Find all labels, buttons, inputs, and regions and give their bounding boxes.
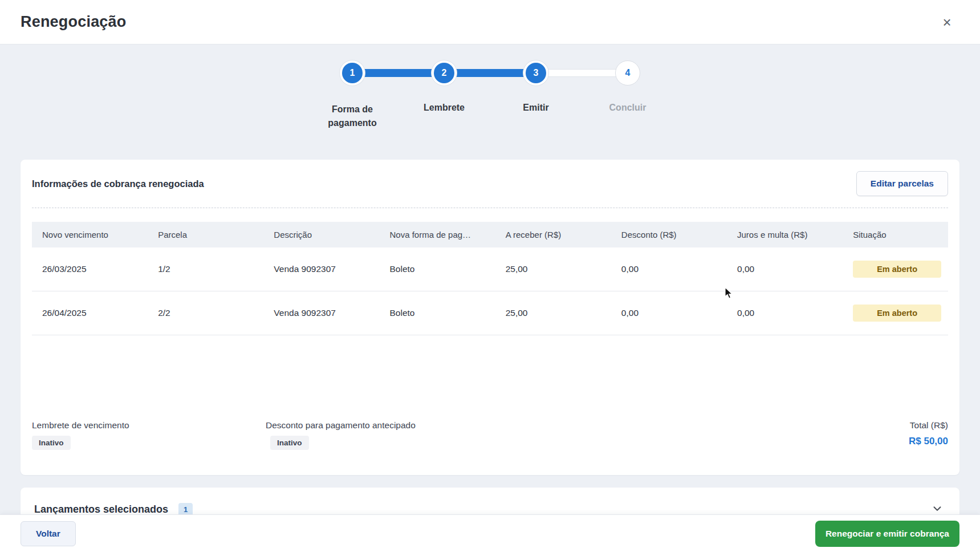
step-circle-4: 4 [615, 60, 640, 86]
step-label-concluir: Concluir [609, 103, 646, 113]
status-badge: Em aberto [853, 261, 941, 278]
cell-juros: 0,00 [727, 247, 843, 291]
col-nova-forma: Nova forma de pag… [380, 222, 495, 247]
edit-installments-button[interactable]: Editar parcelas [856, 171, 948, 196]
status-badge: Em aberto [853, 305, 941, 322]
stepper: 1 2 3 4 Forma de pagamento Lembrete Emit… [341, 62, 639, 146]
step-label-emitir: Emitir [523, 103, 548, 113]
due-reminder-label: Lembrete de vencimento [32, 420, 266, 431]
cell-forma: Boleto [380, 291, 495, 335]
table-header-row: Novo vencimento Parcela Descrição Nova f… [32, 222, 948, 247]
col-novo-vencimento: Novo vencimento [32, 222, 148, 247]
stepper-connector-3-4 [536, 69, 628, 77]
renegotiate-submit-button[interactable]: Renegociar e emitir cobrança [815, 521, 959, 547]
renegotiation-info-card: Informações de cobrança renegociada Edit… [21, 160, 959, 475]
step-label-forma-de-pagamento: Forma de pagamento [318, 103, 387, 130]
total-label: Total (R$) [777, 420, 948, 431]
card-title: Informações de cobrança renegociada [32, 178, 204, 189]
table-row[interactable]: 26/03/2025 1/2 Venda 9092307 Boleto 25,0… [32, 247, 948, 291]
modal-header: Renegociação × [0, 0, 980, 44]
col-desconto: Desconto (R$) [611, 222, 727, 247]
summary-row: Lembrete de vencimento Inativo Desconto … [32, 420, 948, 475]
cell-parcela: 1/2 [148, 247, 263, 291]
footer-action-bar: Voltar Renegociar e emitir cobrança [0, 514, 980, 552]
cell-novo-vencimento: 26/04/2025 [32, 291, 148, 335]
cell-desconto: 0,00 [611, 291, 727, 335]
col-a-receber: A receber (R$) [495, 222, 611, 247]
page-title: Renegociação [21, 13, 126, 31]
back-button[interactable]: Voltar [21, 521, 76, 546]
stepper-connector-1-2 [352, 69, 444, 77]
step-circle-1: 1 [342, 63, 363, 83]
installments-table: Novo vencimento Parcela Descrição Nova f… [32, 222, 948, 335]
col-juros-multa: Juros e multa (R$) [727, 222, 843, 247]
cell-parcela: 2/2 [148, 291, 263, 335]
early-payment-discount-label: Desconto para pagamento antecipado [266, 420, 777, 431]
stepper-connector-2-3 [444, 69, 536, 77]
selected-launches-title: Lançamentos selecionados [34, 504, 168, 516]
divider [32, 208, 948, 208]
col-situacao: Situação [843, 222, 948, 247]
cell-descricao: Venda 9092307 [263, 291, 379, 335]
cell-a-receber: 25,00 [495, 247, 611, 291]
cell-a-receber: 25,00 [495, 291, 611, 335]
total-value: R$ 50,00 [777, 436, 948, 447]
col-parcela: Parcela [148, 222, 263, 247]
early-payment-discount-status-badge: Inativo [270, 436, 309, 450]
step-circle-3: 3 [526, 63, 546, 83]
step-label-lembrete: Lembrete [424, 103, 465, 113]
cell-descricao: Venda 9092307 [263, 247, 379, 291]
spacer [21, 335, 959, 420]
col-descricao: Descrição [263, 222, 379, 247]
cell-desconto: 0,00 [611, 247, 727, 291]
cell-novo-vencimento: 26/03/2025 [32, 247, 148, 291]
cell-forma: Boleto [380, 247, 495, 291]
close-icon[interactable]: × [937, 12, 957, 33]
table-row[interactable]: 26/04/2025 2/2 Venda 9092307 Boleto 25,0… [32, 291, 948, 335]
due-reminder-status-badge: Inativo [32, 436, 71, 450]
step-circle-2: 2 [434, 63, 454, 83]
cell-juros: 0,00 [727, 291, 843, 335]
